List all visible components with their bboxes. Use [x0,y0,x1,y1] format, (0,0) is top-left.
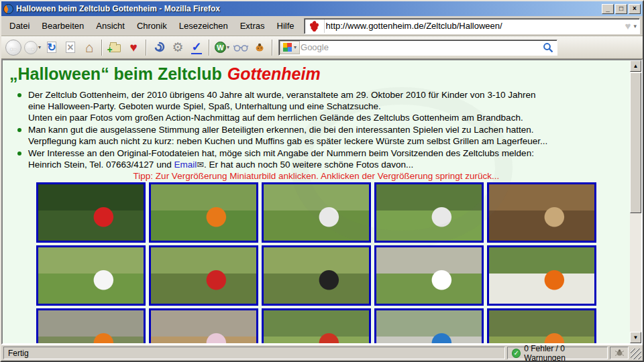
maximize-button[interactable]: □ [615,4,627,14]
scroll-down-icon[interactable]: ▼ [630,332,641,343]
photo-row [36,182,596,243]
photo-thumbnail[interactable] [262,245,371,306]
spellcheck-button[interactable]: ✓ [188,38,205,57]
scrollbar-track[interactable] [630,213,641,332]
resize-grip[interactable] [631,349,641,359]
photo-thumbnail[interactable] [149,245,258,306]
vertical-scrollbar[interactable]: ▲ ▼ [630,60,641,343]
search-engine-chip[interactable]: ▾ [280,41,300,54]
menu-lesezeichen[interactable]: Lesezeichen [174,19,233,33]
menu-bar: Datei Bearbeiten Ansicht Chronik Lesezei… [1,16,643,36]
photo-thumbnail[interactable] [487,308,596,343]
url-bar: ♥ ▾ [304,18,640,34]
minimize-button[interactable]: _ [602,4,614,14]
close-button[interactable]: × [629,4,641,14]
photo-thumbnail[interactable] [36,308,146,343]
lion-crest-icon [309,20,320,32]
web-page: „Halloween“ beim ZeltclubGottenheim Der … [3,60,630,343]
scrollbar-thumb[interactable] [630,72,641,213]
back-button[interactable]: ← [5,38,22,57]
status-bar: Fertig ✓ 0 Fehler / 0 Warnungen [1,345,643,361]
photo-thumbnail[interactable] [36,182,146,243]
paragraph-line: Unten ein paar Fotos vom großen Action-N… [28,112,630,123]
photo-thumbnail[interactable] [36,245,146,306]
new-tab-folder-button[interactable]: + [106,38,123,57]
reload-button[interactable]: ↻ [43,38,60,57]
forward-dropdown-icon: ▾ [38,44,41,50]
photo-thumbnail[interactable] [149,308,258,343]
stop-button[interactable]: × [62,38,79,57]
list-item: Der Zeltclub Gottenheim, der 2010 übrige… [17,89,630,123]
checkmark-icon: ✓ [191,41,201,54]
firebug-status-panel[interactable] [610,347,629,359]
bookmark-heart-icon[interactable]: ♥ [624,20,633,32]
browser-window: Halloween beim Zeltclub Gottenheim - Moz… [0,0,644,362]
toolbar-separator [146,40,147,56]
seahorse-addon-button[interactable] [150,38,168,57]
email-link[interactable]: Email [174,160,197,170]
menu-ansicht[interactable]: Ansicht [91,19,130,33]
menu-hilfe[interactable]: Hilfe [272,19,300,33]
photo-thumbnail[interactable] [262,308,371,343]
navigation-toolbar: ← → ▾ ↻ × ⌂ + ♥ [1,36,643,59]
intro-list: Der Zeltclub Gottenheim, der 2010 übrige… [17,89,630,170]
url-input[interactable] [326,19,624,33]
validator-ok-icon: ✓ [512,349,521,358]
firebug-button[interactable] [251,38,268,57]
paragraph-line: Man kann gut die ausgelassene Stimmung a… [28,124,630,135]
bug-icon [615,349,624,357]
url-dropdown-icon[interactable]: ▾ [632,23,639,29]
photo-thumbnail[interactable] [374,182,484,243]
menu-datei[interactable]: Datei [4,19,35,33]
toolbar-separator [101,40,103,56]
list-item: Wer Interesse an den Original-Fotodateie… [17,147,630,170]
photo-grid [36,182,596,343]
content-viewport: „Halloween“ beim ZeltclubGottenheim Der … [1,59,643,345]
photo-thumbnail[interactable] [374,245,484,306]
home-button[interactable]: ⌂ [80,38,98,57]
photo-thumbnail[interactable] [487,245,596,306]
contact-text: . Er hat auch noch 50 weitere schöne Fot… [204,160,413,170]
engine-dropdown-icon: ▾ [294,44,297,50]
page-title: „Halloween“ beim ZeltclubGottenheim [9,64,630,84]
status-text-panel: Fertig [3,347,505,359]
reader-glasses-button[interactable] [232,38,250,57]
paragraph-line: Heinrich Stein, Tel. 07663/4127 und Emai… [28,159,630,170]
menu-chronik[interactable]: Chronik [131,19,172,33]
forward-button[interactable]: → ▾ [23,38,42,57]
forward-icon: → [24,41,38,54]
photo-thumbnail[interactable] [374,308,484,343]
seahorse-icon [153,42,165,54]
toolbar-separator [272,40,273,56]
menu-bearbeiten[interactable]: Bearbeiten [36,19,89,33]
photo-thumbnail[interactable] [149,182,258,243]
bookmarks-heart-button[interactable]: ♥ [125,38,142,57]
site-favicon-lion-icon[interactable] [306,19,325,33]
photo-thumbnail[interactable] [262,182,371,243]
heading-red-part: Gottenheim [227,64,321,83]
titlebar[interactable]: Halloween beim Zeltclub Gottenheim - Moz… [1,1,643,16]
photo-row [36,308,596,343]
search-input[interactable] [301,41,539,54]
stop-icon: × [66,42,75,53]
home-icon: ⌂ [85,40,94,54]
firefox-icon [3,4,13,14]
paragraph-line: Wer Interesse an den Original-Fotodateie… [28,147,630,159]
glasses-icon [233,43,248,52]
tip-text: Tipp: Zur Vergrößerung Miniaturbild ankl… [3,171,630,181]
envelope-icon: ✉ [197,160,204,170]
heart-icon: ♥ [129,41,137,54]
paragraph-line: Verpflegung kam auch nicht zu kurz: nebe… [28,135,630,147]
search-box: ▾ [278,40,557,56]
folder-plus-icon: + [109,44,121,52]
settings-gear-button[interactable]: ⚙ [169,38,186,57]
validator-panel[interactable]: ✓ 0 Fehler / 0 Warnungen [507,347,608,359]
menu-extras[interactable]: Extras [235,19,270,33]
ladybug-icon [254,42,265,53]
photo-thumbnail[interactable] [487,182,596,243]
back-icon: ← [5,40,21,56]
search-magnifier-icon[interactable] [543,42,553,53]
scroll-up-icon[interactable]: ▲ [630,60,641,72]
w-addon-button[interactable]: W ▾ [213,38,231,57]
heading-green-part: „Halloween“ beim Zeltclub [9,64,222,83]
